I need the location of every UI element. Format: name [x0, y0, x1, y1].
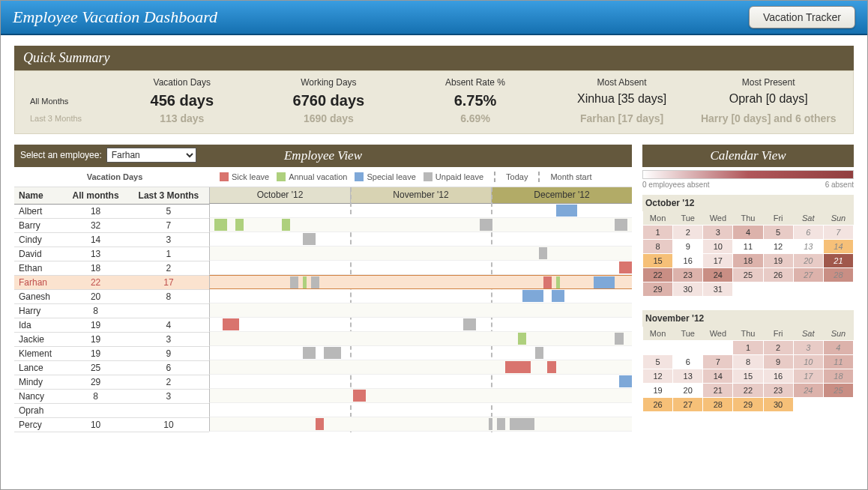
employee-select[interactable]: Farhan: [106, 148, 196, 163]
table-row[interactable]: Farhan2217: [14, 276, 209, 290]
gantt-row: [209, 346, 632, 360]
employee-view-title: Employee View: [284, 148, 362, 163]
qs-all-present: Oprah [0 days]: [699, 91, 838, 111]
table-row[interactable]: Jackie193: [14, 333, 209, 347]
gantt-row: [209, 360, 632, 375]
gantt-bar: [543, 276, 552, 288]
gantt-chart: October '12 November '12 December '12: [209, 187, 632, 432]
header-bar: Employee Vacation Dashboard Vacation Tra…: [1, 1, 867, 35]
gantt-bar: [303, 233, 316, 245]
gantt-bar: [497, 418, 505, 430]
gantt-bar: [353, 390, 366, 402]
calendar-dow: Sun: [823, 327, 853, 341]
gantt-row: [209, 332, 632, 346]
table-row[interactable]: Klement199: [14, 347, 209, 361]
gantt-bar: [594, 276, 615, 288]
swatch-special-icon: [355, 172, 364, 181]
col-all: All months: [63, 187, 127, 205]
legend-special: Special leave: [367, 172, 415, 181]
scale-min-label: 0 employees absent: [642, 181, 710, 189]
page-title: Employee Vacation Dashboard: [13, 7, 217, 27]
absence-heatmap-scale: [642, 170, 854, 179]
table-row[interactable]: Ethan182: [14, 261, 209, 276]
table-row[interactable]: Mindy292: [14, 375, 209, 390]
legend-divider-icon: [494, 172, 495, 182]
qs-l3-vacation: 113 days: [112, 111, 252, 126]
calendar-dow: Tue: [673, 211, 703, 226]
qs-all-rate: 6.75%: [406, 91, 545, 111]
qs-all-working: 6760 days: [259, 91, 399, 111]
gantt-bar: [615, 219, 627, 231]
qs-row-l3-label: Last 3 Months: [30, 114, 105, 123]
vacation-days-header: Vacation Days: [17, 172, 212, 181]
gantt-bar: [223, 318, 240, 330]
calendar-dow: Mon: [643, 327, 673, 341]
legend-annual: Annual vacation: [289, 172, 347, 181]
gantt-bar: [510, 418, 535, 430]
qs-l3-rate: 6.69%: [406, 111, 545, 126]
table-row[interactable]: Percy1010: [14, 418, 209, 432]
swatch-unpaid-icon: [424, 172, 433, 181]
gantt-row: [209, 375, 632, 389]
legend-row: Vacation Days Sick leave Annual vacation…: [14, 167, 632, 187]
gantt-bar: [619, 375, 632, 387]
gantt-row: [209, 403, 632, 417]
gantt-row: [209, 218, 632, 232]
qs-col-working: Working Days: [259, 77, 399, 91]
qs-l3-present: Harry [0 days] and 6 others: [699, 111, 838, 126]
gantt-row: [209, 232, 632, 246]
legend-sick: Sick leave: [232, 172, 269, 181]
calendar-dow: Sat: [793, 327, 823, 341]
calendar-dow: Thu: [733, 327, 763, 341]
scale-max-label: 6 absent: [825, 181, 854, 189]
col-l3: Last 3 Months: [128, 187, 209, 205]
gantt-bar: [463, 318, 476, 330]
legend-today: Today: [506, 172, 528, 181]
calendar-dow: Wed: [703, 327, 733, 341]
gantt-bar: [480, 219, 492, 231]
gantt-month-oct: October '12: [209, 187, 350, 204]
gantt-bar: [615, 333, 623, 345]
gantt-bar: [547, 361, 555, 373]
table-row[interactable]: Ida194: [14, 318, 209, 333]
gantt-row: [209, 289, 632, 303]
table-row[interactable]: Cindy143: [14, 233, 209, 247]
gantt-bar: [324, 347, 341, 359]
gantt-bar: [539, 247, 547, 259]
legend-month-start: Month start: [550, 172, 591, 181]
table-row[interactable]: Lance256: [14, 361, 209, 375]
qs-row-all-label: All Months: [30, 97, 105, 106]
gantt-bar: [556, 205, 577, 217]
table-row[interactable]: Albert185: [14, 205, 209, 219]
gantt-bar: [235, 219, 244, 231]
calendar-view-header: Calendar View: [642, 145, 854, 167]
table-row[interactable]: Oprah: [14, 404, 209, 418]
calendar-nov-title: November '12: [642, 310, 854, 327]
employee-table: Name All months Last 3 Months Albert185B…: [14, 187, 209, 432]
gantt-month-dec: December '12: [491, 187, 632, 204]
table-row[interactable]: Nancy83: [14, 390, 209, 404]
table-row[interactable]: Ganesh208: [14, 290, 209, 304]
legend-divider-icon: [538, 172, 540, 182]
col-name: Name: [14, 187, 63, 205]
quick-summary-title: Quick Summary: [14, 46, 854, 70]
calendar-dow: Fri: [763, 211, 793, 226]
employee-view-header: Employee View Select an employee: Farhan: [14, 145, 632, 167]
gantt-row: [209, 417, 632, 432]
gantt-row: [209, 303, 632, 318]
gantt-bar: [303, 347, 316, 359]
table-row[interactable]: Barry327: [14, 219, 209, 233]
gantt-row: [209, 246, 632, 261]
table-row[interactable]: David131: [14, 247, 209, 261]
calendar-dow: Mon: [643, 211, 673, 226]
gantt-row: [209, 204, 632, 218]
vacation-tracker-button[interactable]: Vacation Tracker: [749, 6, 855, 28]
gantt-bar: [619, 261, 632, 273]
gantt-row: [209, 389, 632, 403]
calendar-dow: Wed: [703, 211, 733, 226]
calendar-dow: Fri: [763, 327, 793, 341]
table-row[interactable]: Harry8: [14, 304, 209, 318]
qs-col-rate: Absent Rate %: [406, 77, 545, 91]
calendar-october: MonTueWedThuFriSatSun 1234567 8910111213…: [642, 211, 854, 297]
gantt-bar: [535, 347, 543, 359]
